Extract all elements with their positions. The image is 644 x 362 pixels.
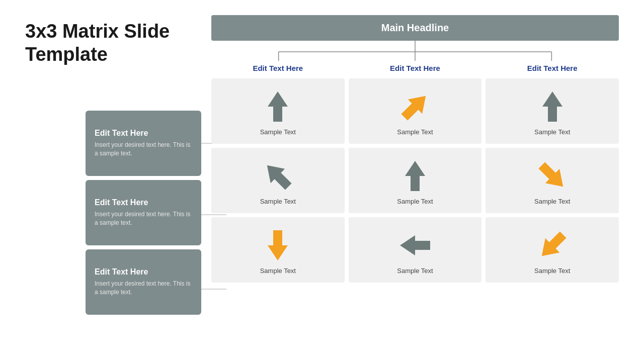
svg-marker-14 bbox=[268, 230, 288, 260]
title-line1: 3x3 Matrix Slide bbox=[25, 20, 170, 43]
arrow-curve-gray bbox=[260, 158, 295, 194]
arrow-downright-orange-1 bbox=[397, 89, 433, 124]
cell-3-2[interactable]: Sample Text bbox=[349, 217, 482, 283]
row-label-2-title: Edit Text Here bbox=[95, 198, 192, 207]
arrow-down-orange bbox=[260, 228, 295, 263]
cell-1-1-label: Sample Text bbox=[260, 128, 296, 136]
cell-1-3-label: Sample Text bbox=[534, 128, 570, 136]
cell-2-3-label: Sample Text bbox=[534, 198, 570, 205]
svg-marker-15 bbox=[400, 235, 430, 255]
cell-3-3[interactable]: Sample Text bbox=[486, 217, 619, 283]
arrow-left-gray bbox=[397, 228, 433, 263]
col-header-1: Edit Text Here bbox=[211, 61, 345, 75]
cell-3-1-label: Sample Text bbox=[260, 267, 296, 275]
row-label-3[interactable]: Edit Text Here Insert your desired text … bbox=[86, 249, 201, 315]
col-header-2: Edit Text Here bbox=[349, 61, 482, 75]
matrix-grid: Sample Text Sample Text Sample Text bbox=[211, 78, 619, 283]
cell-1-3[interactable]: Sample Text bbox=[486, 78, 619, 144]
cell-3-3-label: Sample Text bbox=[534, 267, 570, 275]
cell-1-1[interactable]: Sample Text bbox=[211, 78, 345, 144]
cell-3-1[interactable]: Sample Text bbox=[211, 217, 345, 283]
cell-2-1-label: Sample Text bbox=[260, 198, 296, 205]
slide-title: 3x3 Matrix Slide Template bbox=[25, 20, 170, 66]
row-labels: Edit Text Here Insert your desired text … bbox=[86, 111, 201, 315]
headline-text: Main Headline bbox=[381, 22, 449, 33]
arrow-up-gray-2 bbox=[535, 89, 570, 124]
svg-marker-13 bbox=[535, 158, 570, 194]
cell-3-2-label: Sample Text bbox=[397, 267, 433, 275]
title-line2: Template bbox=[25, 43, 170, 66]
slide: 3x3 Matrix Slide Template Edit Text Here… bbox=[0, 0, 644, 362]
matrix-area: Main Headline Edit Text Here Edit Text H… bbox=[211, 15, 619, 347]
arrow-up-gray-3 bbox=[397, 158, 433, 194]
svg-marker-8 bbox=[268, 92, 288, 122]
arrow-downleft-orange-1 bbox=[535, 158, 570, 194]
headline-bar[interactable]: Main Headline bbox=[211, 15, 619, 41]
cell-1-2-label: Sample Text bbox=[397, 128, 433, 136]
row-label-2-desc: Insert your desired text here. This is a… bbox=[95, 210, 192, 227]
arrow-up-gray-1 bbox=[260, 89, 295, 124]
row-label-1[interactable]: Edit Text Here Insert your desired text … bbox=[86, 111, 201, 176]
cell-1-2[interactable]: Sample Text bbox=[349, 78, 482, 144]
headline-connector bbox=[211, 41, 619, 61]
row-label-1-desc: Insert your desired text here. This is a… bbox=[95, 141, 192, 158]
cell-2-1[interactable]: Sample Text bbox=[211, 148, 345, 213]
svg-marker-11 bbox=[260, 158, 295, 194]
svg-marker-10 bbox=[542, 92, 562, 122]
svg-marker-16 bbox=[535, 228, 570, 263]
cell-2-2[interactable]: Sample Text bbox=[349, 148, 482, 213]
cell-2-3[interactable]: Sample Text bbox=[486, 148, 619, 213]
svg-marker-12 bbox=[405, 161, 425, 191]
arrow-downright-orange-2 bbox=[535, 228, 570, 263]
row-label-3-title: Edit Text Here bbox=[95, 267, 192, 277]
col-header-3: Edit Text Here bbox=[486, 61, 619, 75]
row-label-3-desc: Insert your desired text here. This is a… bbox=[95, 280, 192, 297]
col-headers: Edit Text Here Edit Text Here Edit Text … bbox=[211, 61, 619, 75]
row-label-2[interactable]: Edit Text Here Insert your desired text … bbox=[86, 180, 201, 245]
cell-2-2-label: Sample Text bbox=[397, 198, 433, 205]
row-label-1-title: Edit Text Here bbox=[95, 129, 192, 138]
svg-marker-9 bbox=[397, 89, 433, 124]
